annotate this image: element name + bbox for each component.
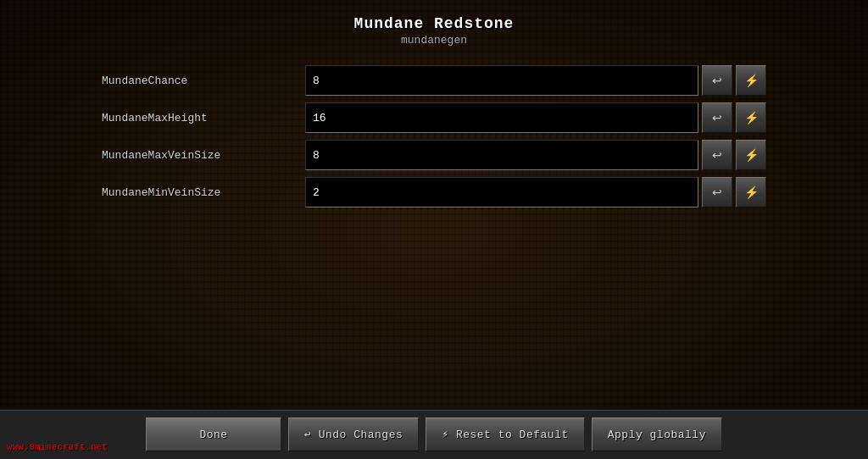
label-mundane-max-height: MundaneMaxHeight <box>102 112 305 124</box>
label-mundane-chance: MundaneChance <box>102 75 305 87</box>
reset-mundane-max-height-button[interactable]: ⚡ <box>736 102 766 133</box>
settings-area: MundaneChance ↩ ⚡ MundaneMaxHeight ↩ ⚡ M… <box>0 57 868 408</box>
mod-title: Mundane Redstone <box>0 15 868 32</box>
title-area: Mundane Redstone mundanegen <box>0 0 868 57</box>
undo-changes-button[interactable]: ↩ Undo Changes <box>288 418 419 451</box>
done-button[interactable]: Done <box>146 418 281 451</box>
input-mundane-max-vein-size[interactable] <box>305 140 698 170</box>
input-mundane-chance[interactable] <box>305 65 698 96</box>
reset-to-default-button[interactable]: ⚡ Reset to Default <box>426 418 584 451</box>
setting-row-mundane-min-vein-size: MundaneMinVeinSize ↩ ⚡ <box>102 177 766 207</box>
input-mundane-max-height[interactable] <box>305 102 698 133</box>
undo-mundane-max-height-button[interactable]: ↩ <box>702 102 732 133</box>
input-mundane-min-vein-size[interactable] <box>305 177 698 207</box>
reset-mundane-chance-button[interactable]: ⚡ <box>736 65 766 96</box>
label-mundane-max-vein-size: MundaneMaxVeinSize <box>102 149 305 162</box>
setting-row-mundane-max-height: MundaneMaxHeight ↩ ⚡ <box>102 102 766 133</box>
undo-mundane-min-vein-size-button[interactable]: ↩ <box>702 177 732 207</box>
label-mundane-min-vein-size: MundaneMinVeinSize <box>102 186 305 199</box>
apply-globally-button[interactable]: Apply globally <box>592 418 722 451</box>
watermark: www.9minecraft.net <box>7 442 108 452</box>
setting-row-mundane-chance: MundaneChance ↩ ⚡ <box>102 65 766 96</box>
setting-row-mundane-max-vein-size: MundaneMaxVeinSize ↩ ⚡ <box>102 140 766 170</box>
mod-subtitle: mundanegen <box>0 34 868 47</box>
reset-mundane-min-vein-size-button[interactable]: ⚡ <box>736 177 766 207</box>
undo-mundane-max-vein-size-button[interactable]: ↩ <box>702 140 732 170</box>
undo-mundane-chance-button[interactable]: ↩ <box>702 65 732 96</box>
reset-mundane-max-vein-size-button[interactable]: ⚡ <box>736 140 766 170</box>
bottom-bar: Done ↩ Undo Changes ⚡ Reset to Default A… <box>0 408 868 459</box>
